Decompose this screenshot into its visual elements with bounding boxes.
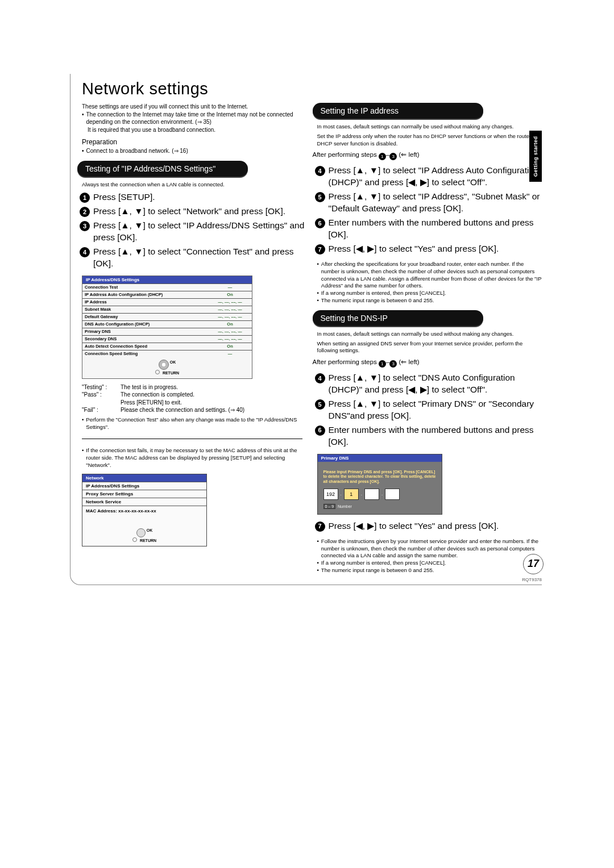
testing-steps: 1Press [SETUP]. 2Press [▲, ▼] to select … [77,191,307,270]
dnsbox-header: Primary DNS [318,454,442,462]
preparation-label: Preparation [77,138,307,146]
step-text: Enter numbers with the numbered buttons … [329,217,542,241]
ui-row-key: Default Gateway [82,313,208,320]
status-definitions: "Testing" :The test is in progress. "Pas… [82,383,307,414]
section-header-testing: Testing of "IP Address/DNS Settings" [77,161,248,177]
step-ball: 6 [315,218,325,228]
step-ball-icon: 3 [389,360,397,368]
netbox-row: IP Address/DNS Settings [82,482,206,490]
dns-bullet: The numeric input range is between 0 and… [321,567,434,574]
ok-label: OK [147,528,153,532]
step-text: Press [◀, ▶] to select "Yes" and press [… [329,243,542,255]
ui-row-key: Secondary DNS [82,335,208,343]
dns-bullets: Follow the instructions given by your In… [317,538,542,574]
intro-bullet: The connection to the Internet may take … [86,111,307,126]
dns-bullet: Follow the instructions given by your In… [321,538,542,560]
ui-row-key: IP Address [82,298,208,306]
ui-row-val: On [208,291,252,298]
after-text: After performing steps [313,358,377,365]
step-ball-1: 1 [80,193,90,203]
ui-row-val: On [208,343,252,350]
def-val: Please check the connection and settings… [121,406,244,414]
dns-field: 192 [323,489,338,500]
ui-row-val: — [208,350,252,357]
step-ball-4: 4 [80,247,90,257]
intro-block: These settings are used if you will conn… [77,103,307,133]
step-ball: 5 [315,192,325,202]
step-ball: 6 [315,425,325,436]
ok-label: OK [170,360,176,364]
dns-settings-screenshot: IP Address/DNS Settings Connection Test—… [82,276,252,379]
netbox-row: Proxy Server Settings [82,490,206,498]
doc-code: RQT9378 [522,577,542,582]
hint-val: Number [338,504,352,508]
ip-bullet: If a wrong number is entered, then press… [321,290,446,297]
step-text: Press [▲, ▼] to select "Primary DNS" or … [329,398,542,422]
step-ball: 7 [315,244,325,254]
def-val: Press [RETURN] to exit. [121,399,182,407]
ui-row-key: Connection Test [82,283,208,291]
netbox-mac: MAC Address: xx-xx-xx-xx-xx-xx [82,506,206,526]
ui-row-key: IP Address Auto Configuration (DHCP) [82,291,208,298]
after-tail: (⇐ left) [399,358,419,365]
mac-footnote: If the connection test fails, it may be … [86,447,306,469]
netbox-header: Network [82,474,206,482]
step-text: Press [▲, ▼] to select "IP Address Auto … [329,165,542,189]
ip-bullet: After checking the specifications for yo… [321,261,542,290]
testing-bullet: Perform the "Connection Test" also when … [86,416,306,431]
page-number: 17 [523,554,544,574]
dnsbox-fields: 192. 1. . [323,489,436,500]
section-header-dns: Setting the DNS-IP [313,310,483,326]
uibox-header: IP Address/DNS Settings [82,276,252,283]
after-text: After performing steps [313,151,377,158]
intro-subline: It is required that you use a broadband … [82,126,307,134]
dns-step7: 7Press [◀, ▶] to select "Yes" and press … [313,520,542,532]
step-ball-icon: 1 [379,360,386,368]
def-val: The connection is completed. [121,391,194,399]
network-menu-screenshot: Network IP Address/DNS Settings Proxy Se… [82,474,207,546]
step-ball-2: 2 [80,207,90,217]
ui-row-key: Subnet Mask [82,306,208,313]
dns-field [364,489,379,500]
after-tail: (⇐ left) [399,151,419,158]
primary-dns-screenshot: Primary DNS Please input Primary DNS and… [317,454,442,515]
def-key: "Testing" : [82,383,121,391]
step-text: Press [▲, ▼] to select "IP Address/DNS S… [93,220,307,244]
step-ball-3: 3 [80,221,90,231]
ip-note2: Set the IP address only when the router … [317,133,542,148]
hint-key: 0 – 9 [323,504,336,509]
preparation-item: Connect to a broadband network. (⇒ 16) [86,147,188,155]
ip-bullet: The numeric input range is between 0 and… [321,297,434,304]
step-text: Press [▲, ▼] to select "DNS Auto Configu… [329,372,542,396]
ui-row-val: On [208,320,252,328]
left-column: These settings are used if you will conn… [77,103,307,577]
step-text: Enter numbers with the numbered buttons … [329,424,542,448]
testing-note: Always test the connection when a LAN ca… [82,181,307,189]
step-text: Press [SETUP]. [93,191,307,203]
right-column: Setting the IP address In most cases, de… [313,103,542,577]
page-title: Network settings [77,80,542,98]
ui-row-key: Primary DNS [82,328,208,335]
ui-row-val: — [208,283,252,291]
dnsbox-hint: 0 – 9 Number [323,504,436,508]
return-dot-icon [132,537,137,542]
dns-field [385,489,400,500]
def-key: "Pass" : [82,391,121,399]
ui-row-key: Auto Detect Connection Speed [82,343,208,350]
ui-row-key: DNS Auto Configuration (DHCP) [82,320,208,328]
ui-row-key: Connection Speed Setting [82,350,208,357]
intro-line: These settings are used if you will conn… [82,103,307,111]
step-ball: 4 [315,373,325,383]
ip-steps: 4Press [▲, ▼] to select "IP Address Auto… [313,165,542,254]
after-performing-ip: After performing steps 1–3 (⇐ left) [313,151,542,160]
ip-bullets: After checking the specifications for yo… [317,261,542,304]
return-label: RETURN [140,539,156,542]
step-text: Press [▲, ▼] to select "Network" and pre… [93,206,307,218]
ok-ring-icon [159,360,169,370]
divider [82,439,302,439]
step-ball: 4 [315,166,325,176]
step-ball: 5 [315,399,325,410]
step-text: Press [▲, ▼] to select "Connection Test"… [93,246,307,270]
ui-row-val: ---. ---. ---. --- [208,313,252,320]
ui-row-val: ---. ---. ---. --- [208,328,252,335]
